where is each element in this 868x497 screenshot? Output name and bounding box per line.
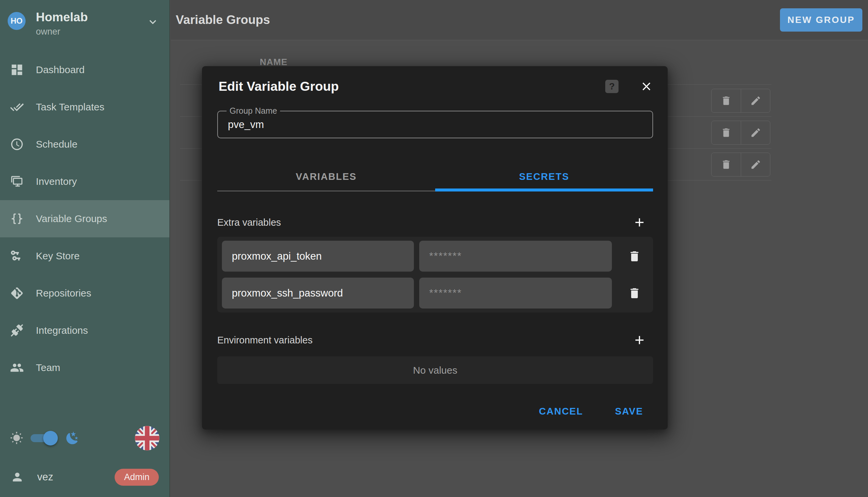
dialog-tabs: VARIABLES SECRETS xyxy=(217,161,653,191)
save-button[interactable]: SAVE xyxy=(612,404,646,419)
secret-key-input[interactable] xyxy=(222,278,414,309)
sidebar-item-label: Schedule xyxy=(36,139,77,150)
trash-icon xyxy=(628,287,641,300)
delete-row-button[interactable] xyxy=(711,121,741,144)
sidebar-item-variable-groups[interactable]: Variable Groups xyxy=(0,200,170,237)
admin-badge: Admin xyxy=(115,469,159,486)
plus-icon xyxy=(632,215,646,229)
monitor-icon xyxy=(10,174,24,188)
add-extra-variable-button[interactable] xyxy=(632,215,646,229)
trash-icon xyxy=(721,127,732,138)
person-icon xyxy=(11,470,24,484)
sidebar-item-label: Variable Groups xyxy=(36,213,107,224)
toggle-knob[interactable] xyxy=(43,431,58,445)
tab-variables[interactable]: VARIABLES xyxy=(217,161,435,191)
sidebar-item-team[interactable]: Team xyxy=(0,349,170,386)
sidebar-item-label: Task Templates xyxy=(36,101,104,113)
secret-row xyxy=(222,241,648,272)
keys-icon xyxy=(10,249,24,263)
group-name-label: Group Name xyxy=(226,106,280,116)
trash-icon xyxy=(721,95,732,106)
sidebar-item-integrations[interactable]: Integrations xyxy=(0,312,170,349)
extra-variables-card xyxy=(217,237,653,312)
secret-key-input[interactable] xyxy=(222,241,414,272)
close-icon xyxy=(640,80,653,93)
dialog-title-row: Edit Variable Group ? xyxy=(217,78,653,95)
sidebar: HO Homelab owner Dashboard Task Template… xyxy=(0,0,170,497)
dialog-title: Edit Variable Group xyxy=(219,79,339,94)
sidebar-item-label: Dashboard xyxy=(36,64,85,75)
edit-row-button[interactable] xyxy=(741,89,770,112)
sidebar-item-label: Inventory xyxy=(36,176,77,187)
sidebar-item-label: Repositories xyxy=(36,287,91,299)
user-name: vez xyxy=(37,471,53,483)
workspace-name: Homelab xyxy=(36,10,88,25)
sidebar-spacer xyxy=(0,386,170,426)
chevron-down-icon xyxy=(146,15,160,29)
delete-row-button[interactable] xyxy=(711,153,741,176)
cancel-button[interactable]: CANCEL xyxy=(536,404,586,419)
extra-variables-header: Extra variables xyxy=(217,215,653,229)
pencil-icon xyxy=(750,159,761,170)
sidebar-item-inventory[interactable]: Inventory xyxy=(0,163,170,200)
git-icon xyxy=(10,286,24,300)
trash-icon xyxy=(628,250,641,263)
secret-row xyxy=(222,278,648,309)
plus-icon xyxy=(632,333,646,347)
workspace-avatar: HO xyxy=(8,12,26,30)
row-actions xyxy=(711,89,770,113)
sidebar-nav: Dashboard Task Templates Schedule Invent… xyxy=(0,51,170,386)
group-name-field: Group Name xyxy=(217,111,653,138)
theme-row xyxy=(0,426,170,451)
dark-mode-toggle[interactable] xyxy=(31,434,56,442)
page-title: Variable Groups xyxy=(176,13,270,27)
edit-row-button[interactable] xyxy=(741,121,770,144)
extra-variables-label: Extra variables xyxy=(217,217,281,228)
secret-value-input[interactable] xyxy=(419,241,612,272)
secret-value-input[interactable] xyxy=(419,278,612,309)
workspace-role: owner xyxy=(36,27,88,37)
user-row[interactable]: vez Admin xyxy=(0,467,170,487)
environment-variables-header: Environment variables xyxy=(217,333,653,347)
row-actions xyxy=(711,121,770,145)
sidebar-item-repositories[interactable]: Repositories xyxy=(0,274,170,312)
edit-variable-group-dialog: Edit Variable Group ? Group Name VARIABL… xyxy=(202,66,668,429)
pencil-icon xyxy=(750,127,761,138)
people-icon xyxy=(10,361,24,375)
moon-stars-icon xyxy=(65,431,80,445)
close-button[interactable] xyxy=(640,80,653,93)
trash-icon xyxy=(721,159,732,170)
row-actions xyxy=(711,153,770,176)
dashboard-icon xyxy=(10,63,24,77)
sidebar-item-schedule[interactable]: Schedule xyxy=(0,126,170,163)
delete-secret-button[interactable] xyxy=(628,250,641,263)
pencil-icon xyxy=(750,95,761,106)
dialog-actions: CANCEL SAVE xyxy=(217,404,646,419)
help-button[interactable]: ? xyxy=(605,80,619,93)
sidebar-item-task-templates[interactable]: Task Templates xyxy=(0,88,170,126)
sun-icon xyxy=(10,431,23,445)
clock-icon xyxy=(10,137,24,151)
page-header: Variable Groups NEW GROUP xyxy=(171,0,868,40)
check-all-icon xyxy=(10,100,24,114)
group-name-input[interactable] xyxy=(218,111,652,138)
plug-icon xyxy=(10,324,24,338)
tab-secrets[interactable]: SECRETS xyxy=(435,161,653,191)
sidebar-item-label: Team xyxy=(36,362,60,373)
sidebar-item-dashboard[interactable]: Dashboard xyxy=(0,51,170,88)
sidebar-item-key-store[interactable]: Key Store xyxy=(0,237,170,274)
delete-secret-button[interactable] xyxy=(628,287,641,300)
workspace-switcher[interactable]: HO Homelab owner xyxy=(0,0,170,41)
sidebar-item-label: Integrations xyxy=(36,325,88,336)
environment-variables-empty: No values xyxy=(217,356,653,384)
language-flag-uk[interactable] xyxy=(135,426,160,451)
new-group-button[interactable]: NEW GROUP xyxy=(780,8,862,32)
delete-row-button[interactable] xyxy=(711,89,741,112)
environment-variables-label: Environment variables xyxy=(217,335,313,346)
edit-row-button[interactable] xyxy=(741,153,770,176)
sidebar-item-label: Key Store xyxy=(36,250,80,261)
workspace-text: Homelab owner xyxy=(36,10,88,37)
code-braces-icon xyxy=(10,212,24,226)
add-environment-variable-button[interactable] xyxy=(632,333,646,347)
